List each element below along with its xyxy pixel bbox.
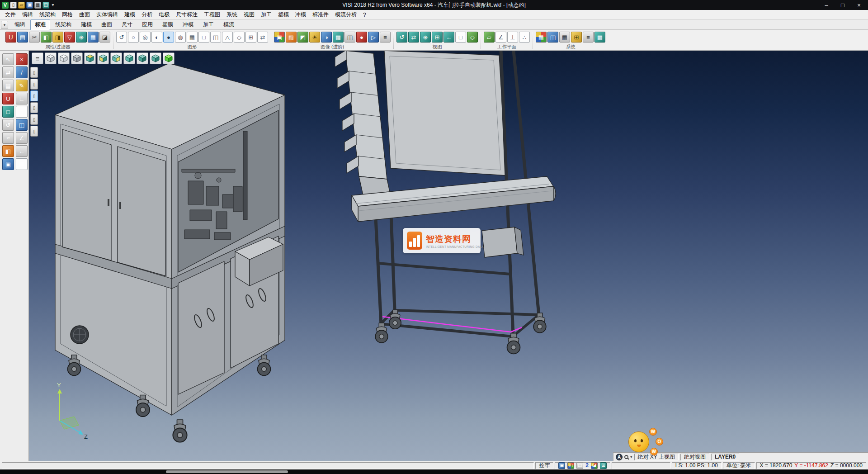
angle-icon[interactable]: ∠ bbox=[16, 132, 28, 144]
view-bottom-cube-button[interactable] bbox=[150, 52, 161, 64]
save-model-icon[interactable]: ▣ bbox=[2, 158, 14, 170]
curvature-display-icon[interactable]: ◇ bbox=[234, 32, 245, 43]
view-front-icon[interactable]: □ bbox=[455, 32, 466, 43]
quick-access-caret-icon[interactable]: ▾ bbox=[51, 2, 55, 9]
filter-funnel-icon[interactable]: ▽ bbox=[64, 32, 75, 43]
menu-item-wireframe[interactable]: 线架构 bbox=[36, 10, 59, 19]
undo-icon[interactable]: ← bbox=[16, 145, 28, 157]
save-file-icon[interactable]: ▣ bbox=[26, 2, 33, 9]
save-status-icon[interactable]: ▣ bbox=[558, 462, 565, 469]
menu-item-surface[interactable]: 曲面 bbox=[76, 10, 93, 19]
view-front-cube-button[interactable] bbox=[97, 52, 109, 64]
layer-filter-icon[interactable]: ▤ bbox=[17, 32, 28, 43]
assistant-badge[interactable]: A bbox=[616, 454, 623, 460]
view-iso-cube-button[interactable] bbox=[163, 52, 175, 64]
shadow-icon[interactable]: ◑ bbox=[321, 32, 332, 43]
menu-item-electrode[interactable]: 电极 bbox=[156, 10, 173, 19]
delete-icon[interactable]: × bbox=[16, 53, 28, 65]
system-calculator-icon[interactable]: ⊞ bbox=[571, 32, 582, 43]
clipboard-status-icon[interactable]: ▤ bbox=[576, 462, 583, 469]
menu-item-machining[interactable]: 加工 bbox=[258, 10, 275, 19]
wireframe-cube-button[interactable] bbox=[45, 52, 57, 64]
tab-surface[interactable]: 曲面 bbox=[97, 19, 117, 30]
menu-item-die[interactable]: 冲模 bbox=[292, 10, 309, 19]
new-file-icon[interactable]: ▯ bbox=[10, 2, 17, 9]
zoom-fit-icon[interactable]: ⊞ bbox=[245, 32, 256, 43]
system-colors-icon[interactable]: ▦ bbox=[536, 32, 547, 43]
image-options-icon[interactable]: ≡ bbox=[380, 32, 391, 43]
section-display-icon[interactable]: ◫ bbox=[210, 32, 221, 43]
taskbar-segment[interactable] bbox=[166, 470, 288, 473]
menu-item-file[interactable]: 文件 bbox=[2, 10, 19, 19]
close-button[interactable]: × bbox=[851, 0, 867, 10]
view-previous-icon[interactable]: ← bbox=[443, 32, 454, 43]
rotate-icon[interactable]: ↺ bbox=[2, 119, 14, 131]
menu-item-edit[interactable]: 编辑 bbox=[19, 10, 36, 19]
workplane-icon[interactable]: ▱ bbox=[484, 32, 495, 43]
view-pan-icon[interactable]: ⇄ bbox=[408, 32, 419, 43]
menu-item-system[interactable]: 系统 bbox=[223, 10, 241, 19]
tab-die[interactable]: 冲模 bbox=[178, 19, 198, 30]
render-icon[interactable]: ▣ bbox=[274, 32, 285, 43]
view-right-cube-button[interactable] bbox=[110, 52, 122, 64]
gray-cube-button[interactable] bbox=[71, 52, 83, 64]
clipboard-icon[interactable]: ▤ bbox=[2, 80, 14, 91]
menu-item-mesh[interactable]: 网格 bbox=[59, 10, 76, 19]
menu-item-solid-edit[interactable]: 实体编辑 bbox=[93, 10, 121, 19]
shaded-cube-button[interactable] bbox=[58, 52, 70, 64]
menu-item-drawing[interactable]: 工程图 bbox=[201, 10, 223, 19]
snap-status-icon[interactable]: ⊞ bbox=[600, 462, 607, 469]
material-cube-icon[interactable]: ◪ bbox=[591, 462, 598, 469]
tab-standard[interactable]: 标准 bbox=[30, 19, 50, 30]
sketch-icon[interactable]: / bbox=[16, 66, 28, 78]
magnifier-icon[interactable] bbox=[624, 455, 628, 459]
system-snap-icon[interactable]: ▦ bbox=[559, 32, 570, 43]
strip-button-1[interactable]: ▯ bbox=[30, 67, 38, 78]
color-filter-icon[interactable]: ◧ bbox=[41, 32, 52, 43]
notes-icon[interactable]: ▤ bbox=[16, 158, 28, 170]
strip-button-5[interactable]: ▯ bbox=[30, 114, 38, 125]
normals-display-icon[interactable]: △ bbox=[222, 32, 233, 43]
menu-item-analysis[interactable]: 分析 bbox=[138, 10, 156, 19]
system-monitor-icon[interactable]: ◫ bbox=[547, 32, 558, 43]
animation-icon[interactable]: ▷ bbox=[368, 32, 379, 43]
tab-apply[interactable]: 应用 bbox=[137, 19, 157, 30]
tabbar-caret-icon[interactable]: ▾ bbox=[1, 21, 8, 29]
workplane-angle-icon[interactable]: ∠ bbox=[495, 32, 506, 43]
view-left-cube-button[interactable] bbox=[123, 52, 135, 64]
machine-enclosure[interactable] bbox=[55, 63, 285, 442]
pin-toggle[interactable]: 拴牢 bbox=[535, 462, 553, 469]
mirror-icon[interactable]: ◫ bbox=[16, 119, 28, 131]
magnet-icon[interactable]: U bbox=[2, 93, 14, 104]
viewport-canvas[interactable]: Y Z bbox=[29, 51, 868, 461]
strip-button-4[interactable]: ▯ bbox=[30, 102, 38, 113]
tab-edit[interactable]: 编辑 bbox=[10, 19, 30, 30]
view-fit-icon[interactable]: ⊞ bbox=[432, 32, 443, 43]
system-settings-icon[interactable]: ≡ bbox=[583, 32, 594, 43]
view-selector[interactable]: 绝对视图 bbox=[680, 454, 709, 460]
assembly-cart[interactable] bbox=[335, 51, 556, 354]
snapshot-icon[interactable]: ● bbox=[356, 32, 367, 43]
strip-button-3[interactable]: ▯ bbox=[30, 90, 38, 101]
viewport[interactable]: Y Z ≡ ▯ ▯ ▯ bbox=[29, 51, 868, 461]
shaded-display-icon[interactable]: ◐ bbox=[151, 32, 162, 43]
camera-icon[interactable]: ◫ bbox=[344, 32, 355, 43]
view-top-cube-button[interactable] bbox=[84, 52, 96, 64]
layer-selector[interactable]: LAYER0 bbox=[711, 454, 739, 460]
curve-icon[interactable]: ≈ bbox=[2, 132, 14, 144]
background-icon[interactable]: ▩ bbox=[333, 32, 344, 43]
lighting-icon[interactable]: ☀ bbox=[309, 32, 320, 43]
menu-item-flow-analysis[interactable]: 模流分析 bbox=[332, 10, 360, 19]
match-properties-icon[interactable]: ⊕ bbox=[76, 32, 87, 43]
measure-icon[interactable]: ∟ bbox=[16, 93, 28, 104]
hidden-line-display-icon[interactable]: ◎ bbox=[140, 32, 151, 43]
tab-machining[interactable]: 加工 bbox=[198, 19, 218, 30]
scissors-icon[interactable]: ✂ bbox=[29, 32, 40, 43]
system-matrix-icon[interactable]: ▩ bbox=[594, 32, 605, 43]
clean-icon[interactable]: ◪ bbox=[99, 32, 110, 43]
attributes-icon[interactable]: ◨ bbox=[52, 32, 63, 43]
texture-icon[interactable]: ▨ bbox=[286, 32, 297, 43]
solid-shaded-display-icon[interactable]: ● bbox=[163, 32, 174, 43]
workplane-3points-icon[interactable]: ∴ bbox=[519, 32, 530, 43]
menu-item-help[interactable]: ? bbox=[360, 11, 369, 19]
